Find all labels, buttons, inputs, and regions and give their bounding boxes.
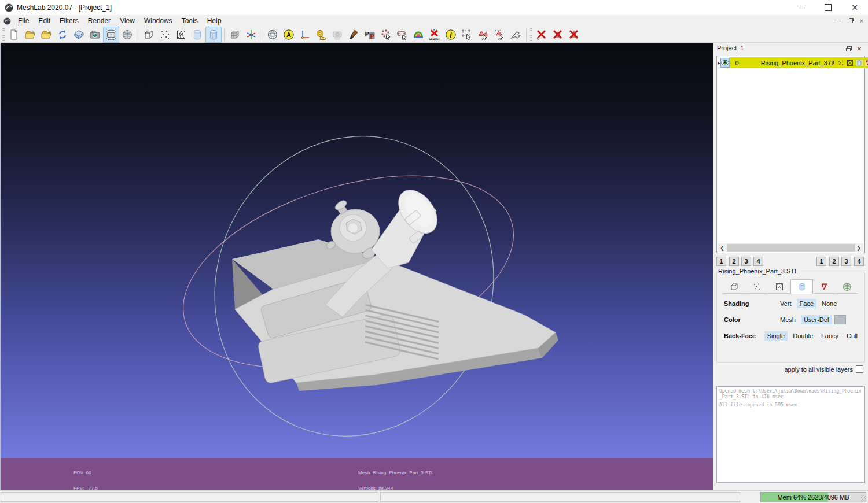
align-tool-icon[interactable] [394,27,410,43]
new-document-icon[interactable] [6,27,22,43]
mesh-name-readout: Mesh: Rising_Phoenix_Part_3.STL [358,470,434,475]
local-axes-icon[interactable] [297,27,313,43]
color-mesh-option[interactable]: Mesh [777,315,799,324]
log-line: All files opened in 595 msec [719,402,862,408]
select-faces-rect-icon[interactable] [491,27,507,43]
georef-icon[interactable]: GEOREF [426,27,443,43]
save-icon[interactable] [71,27,87,43]
open-project-icon[interactable] [22,27,38,43]
mdi-minimize-icon[interactable] [834,17,843,25]
colorize-icon[interactable] [410,27,426,43]
color-swatch[interactable] [834,315,846,324]
layer-smooth-mini-icon[interactable] [855,59,863,67]
apply-all-layers-checkbox[interactable] [856,365,863,373]
project-panel-header: Project_1 ✕ [713,43,868,54]
raster-set-button-4[interactable]: 4 [854,257,864,266]
scroll-left-icon[interactable]: ❮ [718,243,727,252]
mesh-set-button-1[interactable]: 1 [716,257,726,266]
raster-set-button-1[interactable]: 1 [816,257,826,266]
shading-vert-option[interactable]: Vert [777,299,795,308]
raster-set-button-2[interactable]: 2 [829,257,839,266]
layer-color-mini-icon[interactable] [865,59,868,67]
scrollbar-thumb[interactable] [727,244,855,252]
move-selection-icon[interactable] [507,27,524,43]
vertex-label-icon[interactable]: A [281,27,297,43]
layer-list[interactable]: ▸ 0 Rising_Phoenix_Part_3 [716,56,865,253]
layer-bbox-mini-icon[interactable] [827,59,836,67]
resize-grip[interactable] [861,496,867,502]
layer-visibility-eye-icon[interactable] [720,58,730,68]
flat-render-icon[interactable] [205,27,222,43]
tab-fill[interactable] [790,279,813,294]
pp-align-icon[interactable]: PP [362,27,378,43]
import-mesh-icon[interactable] [38,27,54,43]
layer-points-mini-icon[interactable] [837,59,845,67]
decorators-icon[interactable] [119,27,135,43]
toolbar-handle[interactable] [2,28,5,41]
panel-close-icon[interactable]: ✕ [855,45,863,52]
menu-view[interactable]: View [115,16,139,26]
tab-texture[interactable] [836,279,858,294]
layer-wireframe-mini-icon[interactable] [846,59,854,67]
wireframe-render-icon[interactable] [173,27,189,43]
tab-points[interactable] [745,279,768,294]
mesh-set-button-2[interactable]: 2 [729,257,739,266]
texture-render-icon[interactable] [227,27,243,43]
layer-list-scrollbar[interactable]: ❮ ❯ [718,243,863,252]
delete-faces-icon[interactable] [550,27,566,43]
minimize-button[interactable] [788,0,815,15]
menu-file[interactable]: File [13,16,34,26]
shading-none-option[interactable]: None [819,299,840,308]
show-layer-dialog-icon[interactable] [103,27,119,43]
tab-wireframe[interactable] [768,279,790,294]
fov-readout: FOV: 60 [73,470,112,475]
status-panel-center [380,492,740,502]
menu-help[interactable]: Help [203,16,226,26]
delete-mesh-icon[interactable] [534,27,550,43]
backface-cull-option[interactable]: Cull [844,331,860,341]
menu-render[interactable]: Render [83,16,115,26]
mesh-set-button-4[interactable]: 4 [753,257,763,266]
shading-face-option[interactable]: Face [797,299,816,308]
menu-tools[interactable]: Tools [177,16,203,26]
menu-windows[interactable]: Windows [139,16,177,26]
3d-viewport[interactable] [0,43,713,458]
info-icon[interactable]: i [443,27,459,43]
mdi-restore-icon[interactable] [846,17,854,25]
point-picking-icon[interactable] [378,27,394,43]
backface-single-option[interactable]: Single [764,331,788,341]
color-row: Color Mesh User-Def [724,315,860,324]
raster-align-icon[interactable] [329,27,345,43]
color-userdef-option[interactable]: User-Def [801,315,832,324]
close-button[interactable]: ✕ [841,0,868,15]
points-render-icon[interactable] [157,27,173,43]
tab-color[interactable] [813,279,836,294]
toolbar-handle[interactable] [530,28,532,41]
delete-vertices-icon[interactable] [566,27,582,43]
global-axes-icon[interactable] [243,27,259,43]
mdi-close-icon[interactable]: × [858,17,866,25]
tab-bbox[interactable] [723,279,745,294]
smooth-render-icon[interactable] [189,27,205,43]
scroll-right-icon[interactable]: ❯ [854,243,863,252]
layer-row[interactable]: ▸ 0 Rising_Phoenix_Part_3 [718,57,863,68]
raster-set-button-3[interactable]: 3 [841,257,851,266]
bbox-render-icon[interactable] [141,27,157,43]
measure-tape-icon[interactable] [313,27,329,43]
shading-label: Shading [724,300,777,307]
paint-icon[interactable] [345,27,362,43]
backface-fancy-option[interactable]: Fancy [818,331,841,341]
snapshot-icon[interactable] [87,27,103,43]
menu-edit[interactable]: Edit [34,16,55,26]
reload-icon[interactable] [54,27,71,43]
color-label: Color [724,316,777,323]
trackball-icon[interactable] [264,27,281,43]
maximize-button[interactable] [815,0,841,15]
select-rect-icon[interactable] [459,27,475,43]
panel-float-icon[interactable] [845,45,853,52]
mesh-set-button-3[interactable]: 3 [741,257,751,266]
select-faces-icon[interactable] [475,27,491,43]
menu-filters[interactable]: Filters [55,16,83,26]
layer-row-highlight[interactable]: 0 Rising_Phoenix_Part_3 [730,57,868,68]
backface-double-option[interactable]: Double [790,331,816,341]
